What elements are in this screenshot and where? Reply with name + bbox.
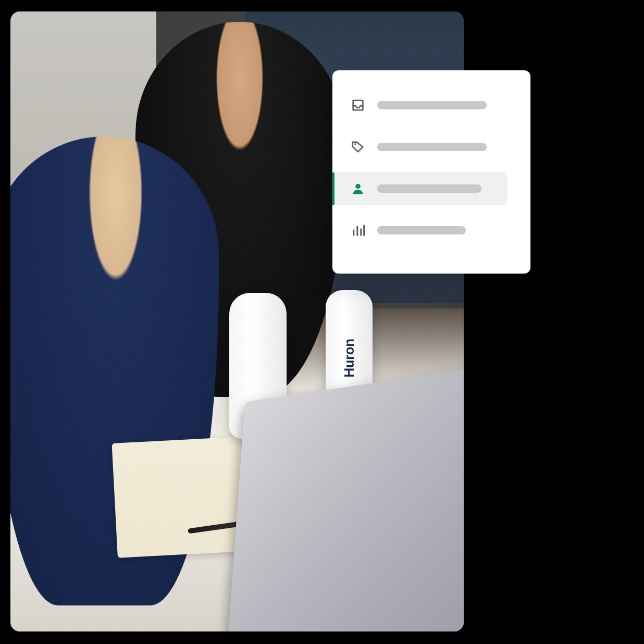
product-brand-label: Huron xyxy=(341,339,357,377)
menu-item-label-placeholder xyxy=(377,184,481,193)
menu-item-label-placeholder xyxy=(377,101,487,109)
menu-item-label-placeholder xyxy=(377,143,487,151)
menu-item-analytics[interactable] xyxy=(332,214,519,246)
person-icon xyxy=(350,181,366,196)
svg-point-0 xyxy=(354,143,356,145)
menu-item-tags[interactable] xyxy=(332,131,519,163)
menu-item-label-placeholder xyxy=(377,226,466,234)
sidebar-menu-card xyxy=(332,70,530,274)
menu-item-customers[interactable] xyxy=(332,172,507,205)
chart-icon xyxy=(350,222,366,238)
tag-icon xyxy=(350,139,366,155)
inbox-icon xyxy=(350,97,366,113)
photo-laptop xyxy=(228,364,464,631)
menu-item-inbox[interactable] xyxy=(332,89,519,121)
svg-point-1 xyxy=(355,184,360,189)
